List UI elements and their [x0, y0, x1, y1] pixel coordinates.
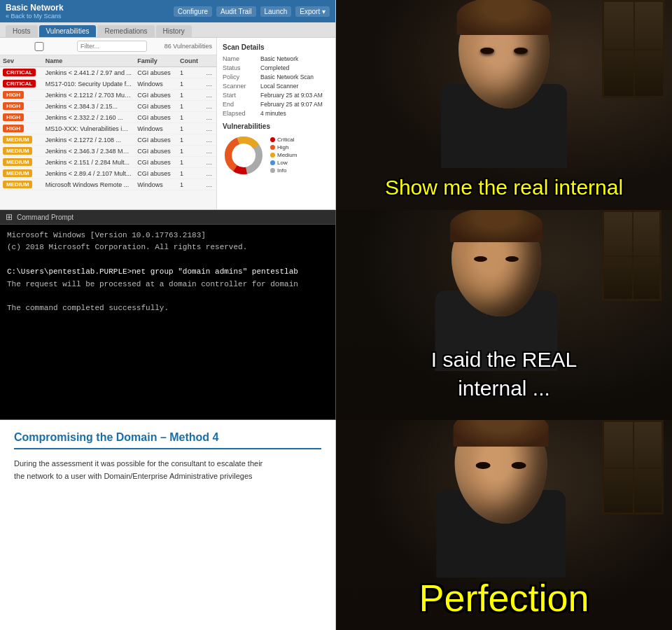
vuln-actions-8: … [203, 157, 216, 168]
vuln-sev-2: HIGH [0, 90, 43, 101]
vuln-list: 86 Vulnerabilities Sev Name Family Count [0, 38, 216, 209]
vuln-count-0: 1 [177, 67, 203, 78]
vuln-count-7: 1 [177, 146, 203, 157]
table-row[interactable]: HIGH Jenkins < 2.384.3 / 2.15... CGI abu… [0, 101, 216, 112]
vuln-count-badge: 86 Vulnerabilities [164, 43, 212, 50]
sd-name-label: Name [223, 55, 258, 62]
vuln-sev-6: MEDIUM [0, 134, 43, 146]
vuln-actions-0: … [203, 67, 216, 78]
vuln-family-9: CGI abuses [134, 168, 177, 179]
col-sev: Sev [0, 55, 43, 67]
vuln-sev-7: MEDIUM [0, 146, 43, 157]
col-count: Count [177, 55, 203, 67]
legend-medium: Medium [277, 152, 297, 158]
cmd-title: Command Prompt [17, 214, 74, 221]
report-body: During the assessment it was possible fo… [14, 458, 321, 482]
table-row[interactable]: HIGH MS10-XXX: Vulnerabilities in ... Wi… [0, 123, 216, 134]
audit-trail-button[interactable]: Audit Trail [216, 6, 255, 17]
sd-status-value: Completed [260, 64, 289, 71]
meme-text-2-line2: internal ... [458, 377, 550, 400]
nessus-topbar: Basic Network « Back to My Scans Configu… [0, 0, 335, 22]
vuln-chart-title: Vulnerabilities [223, 122, 330, 130]
export-button[interactable]: Export ▾ [295, 6, 330, 17]
sd-start-value: February 25 at 9:03 AM [260, 92, 323, 99]
tab-hosts[interactable]: Hosts [6, 25, 38, 37]
person-figure-1 [427, 0, 581, 168]
nessus-topbar-buttons: Configure Audit Trail Launch Export ▾ [174, 6, 330, 17]
vuln-count-6: 1 [177, 134, 203, 146]
vuln-actions-7: … [203, 146, 216, 157]
table-row[interactable]: MEDIUM Jenkins < 2.346.3 / 2.348 Mult...… [0, 146, 216, 157]
meme-panel-2: I said the REAL internal ... [336, 210, 672, 420]
meme-text-2-line1: I said the REAL [431, 348, 577, 371]
vuln-count-9: 1 [177, 168, 203, 179]
vuln-chart-section: Vulnerabilities Critical [223, 122, 330, 176]
vuln-actions-5: … [203, 123, 216, 134]
cmd-line-3 [7, 255, 328, 265]
nessus-content: 86 Vulnerabilities Sev Name Family Count [0, 38, 335, 209]
vuln-family-2: CGI abuses [134, 90, 177, 101]
vuln-actions-9: … [203, 168, 216, 179]
tab-vulnerabilities[interactable]: Vulnerabilities [39, 25, 97, 37]
tab-history[interactable]: History [156, 25, 192, 37]
vuln-name-7: Jenkins < 2.346.3 / 2.348 Mult... [43, 146, 135, 157]
table-row[interactable]: HIGH Jenkins < 2.332.2 / 2.160 ... CGI a… [0, 112, 216, 123]
sd-policy-value: Basic Network Scan [260, 74, 314, 80]
cmd-titlebar: ⊞ Command Prompt [0, 210, 335, 225]
meme-panel-3: Perfection [336, 420, 672, 630]
vuln-sev-10: MEDIUM [0, 179, 43, 190]
sd-status-label: Status [223, 64, 258, 71]
vuln-count-5: 1 [177, 123, 203, 134]
vuln-sev-1: CRITICAL [0, 78, 43, 90]
cmd-body: Microsoft Windows [Version 10.0.17763.21… [0, 225, 335, 419]
table-row[interactable]: HIGH Jenkins < 2.1212 / 2.703 Mult... CG… [0, 90, 216, 101]
vuln-family-0: CGI abuses [134, 67, 177, 78]
scan-details-title: Scan Details [223, 43, 330, 51]
vuln-actions-3: … [203, 101, 216, 112]
nessus-back-link[interactable]: « Back to My Scans [6, 13, 64, 20]
vuln-name-9: Jenkins < 2.89.4 / 2.107 Mult... [43, 168, 135, 179]
table-row[interactable]: MEDIUM Jenkins < 2.151 / 2.284 Mult... C… [0, 157, 216, 168]
vuln-name-8: Jenkins < 2.151 / 2.284 Mult... [43, 157, 135, 168]
chart-legend: Critical High Medium Low Info [270, 136, 297, 175]
vuln-count-3: 1 [177, 101, 203, 112]
vuln-count-10: 1 [177, 179, 203, 190]
table-row[interactable]: MEDIUM Jenkins < 2.1272 / 2.108 ... CGI … [0, 134, 216, 146]
sd-elapsed-value: 4 minutes [260, 110, 286, 117]
legend-low: Low [277, 160, 288, 166]
col-actions [203, 55, 216, 67]
meme-text-2: I said the REAL internal ... [336, 346, 672, 402]
table-row[interactable]: CRITICAL Jenkins < 2.441.2 / 2.97 and ..… [0, 67, 216, 78]
vuln-actions-1: … [203, 78, 216, 90]
launch-button[interactable]: Launch [260, 6, 292, 17]
cmd-line-2: (c) 2018 Microsoft Corporation. All righ… [7, 242, 328, 253]
vuln-count-4: 1 [177, 112, 203, 123]
cmd-line-5: The request will be processed at a domai… [7, 279, 328, 290]
sd-scanner-value: Local Scanner [260, 83, 298, 90]
vuln-name-0: Jenkins < 2.441.2 / 2.97 and ... [43, 67, 135, 78]
tab-remediations[interactable]: Remediations [97, 25, 154, 37]
select-all-checkbox[interactable] [4, 42, 74, 51]
table-row[interactable]: MEDIUM Microsoft Windows Remote ... Wind… [0, 179, 216, 190]
sd-policy-label: Policy [223, 74, 258, 80]
filter-input[interactable] [77, 41, 147, 52]
cmd-panel: ⊞ Command Prompt Microsoft Windows [Vers… [0, 210, 336, 420]
donut-chart-container: Critical High Medium Low Info [223, 134, 330, 176]
vuln-family-8: CGI abuses [134, 157, 177, 168]
configure-button[interactable]: Configure [174, 6, 212, 17]
cmd-line-1: Microsoft Windows [Version 10.0.17763.21… [7, 230, 328, 241]
nessus-tabs: Hosts Vulnerabilities Remediations Histo… [0, 22, 335, 38]
vuln-name-2: Jenkins < 2.1212 / 2.703 Mult... [43, 90, 135, 101]
vuln-table: Sev Name Family Count CRITICAL Jenkins <… [0, 55, 216, 190]
vuln-sev-9: MEDIUM [0, 168, 43, 179]
vuln-actions-6: … [203, 134, 216, 146]
table-row[interactable]: MEDIUM Jenkins < 2.89.4 / 2.107 Mult... … [0, 168, 216, 179]
vuln-sev-0: CRITICAL [0, 67, 43, 78]
vuln-name-1: MS17-010: Security Update f... [43, 78, 135, 90]
vuln-sev-8: MEDIUM [0, 157, 43, 168]
vuln-actions-2: … [203, 90, 216, 101]
nessus-title: Basic Network [6, 3, 64, 13]
meme-panel-1: Show me the real internal [336, 0, 672, 210]
vuln-family-4: CGI abuses [134, 112, 177, 123]
table-row[interactable]: CRITICAL MS17-010: Security Update f... … [0, 78, 216, 90]
